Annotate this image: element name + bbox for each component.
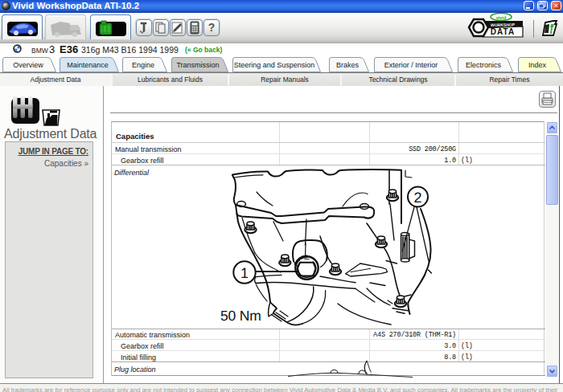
svg-text:2: 2	[413, 190, 421, 206]
svg-text:Electronics: Electronics	[466, 61, 502, 69]
svg-text:Maintenance: Maintenance	[67, 61, 109, 69]
svg-text:Engine: Engine	[132, 61, 154, 69]
svg-text:Steering and Suspension: Steering and Suspension	[234, 61, 315, 69]
svg-text:Exterior / Interior: Exterior / Interior	[384, 61, 438, 69]
svg-text:Overview: Overview	[13, 61, 43, 69]
svg-text:DATA: DATA	[491, 27, 515, 36]
svg-text:Transmission: Transmission	[176, 61, 219, 69]
svg-text:1: 1	[240, 265, 249, 281]
svg-text:vivid: vivid	[496, 15, 507, 20]
svg-text:Brakes: Brakes	[336, 61, 360, 69]
svg-text:50 Nm: 50 Nm	[220, 308, 261, 324]
svg-text:Index: Index	[528, 61, 547, 69]
